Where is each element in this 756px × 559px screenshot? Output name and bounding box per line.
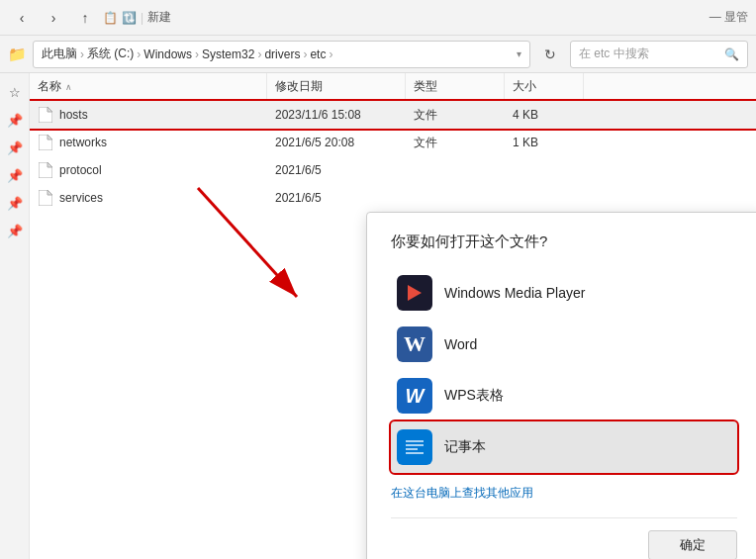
- toolbar-label-2: 🔃: [122, 11, 137, 25]
- sort-arrow-name: ∧: [65, 82, 72, 92]
- services-label: services: [59, 191, 103, 205]
- app-item-wps[interactable]: W WPS表格: [391, 370, 737, 421]
- file-row-hosts[interactable]: hosts 2023/11/6 15:08 文件 4 KB: [30, 101, 756, 129]
- sep4: ›: [257, 47, 261, 61]
- file-modified-hosts: 2023/11/6 15:08: [267, 108, 406, 122]
- refresh-button[interactable]: ↻: [536, 41, 564, 68]
- sidebar-star-icon[interactable]: ☆: [4, 81, 26, 103]
- dialog-title: 你要如何打开这个文件?: [391, 233, 737, 251]
- dialog-footer: 确定: [391, 517, 737, 559]
- sidebar-pin-icon-4[interactable]: 📌: [4, 192, 26, 214]
- file-icon-services: [38, 190, 53, 206]
- confirm-button[interactable]: 确定: [648, 530, 737, 559]
- find-other-apps-link[interactable]: 在这台电脑上查找其他应用: [391, 485, 737, 502]
- sep6: ›: [329, 47, 332, 61]
- file-icon-hosts: [38, 107, 53, 123]
- sidebar-pin-icon-3[interactable]: 📌: [4, 164, 26, 186]
- app-item-wmp[interactable]: Windows Media Player: [391, 267, 737, 319]
- breadcrumb-c[interactable]: 系统 (C:): [87, 46, 134, 62]
- col-header-size[interactable]: 大小: [505, 73, 584, 100]
- notepad-icon: [397, 429, 432, 465]
- file-size-hosts: 4 KB: [505, 108, 584, 122]
- sidebar: ☆ 📌 📌 📌 📌 📌: [0, 73, 30, 559]
- file-type-hosts: 文件: [406, 107, 505, 124]
- sidebar-pin-icon-5[interactable]: 📌: [4, 220, 26, 241]
- notepad-lines-icon: [406, 440, 424, 454]
- breadcrumb[interactable]: 此电脑 › 系统 (C:) › Windows › System32 › dri…: [33, 41, 530, 68]
- wps-label: WPS表格: [444, 387, 504, 405]
- word-w-letter: W: [404, 331, 425, 357]
- file-icon-networks: [38, 135, 53, 150]
- folder-icon: 📁: [8, 46, 27, 63]
- app-item-notepad[interactable]: 记事本: [391, 421, 737, 473]
- sidebar-pin-icon-1[interactable]: 📌: [4, 109, 26, 131]
- wps-icon: W: [397, 378, 432, 414]
- hosts-label: hosts: [59, 108, 88, 122]
- up-button[interactable]: ↑: [71, 4, 99, 32]
- word-icon: W: [397, 326, 432, 362]
- notepad-line-1: [406, 440, 424, 442]
- notepad-line-2: [406, 444, 424, 446]
- notepad-label: 记事本: [444, 438, 486, 456]
- dropdown-icon[interactable]: ▾: [517, 48, 521, 59]
- file-row-protocol[interactable]: protocol 2021/6/5: [30, 156, 756, 184]
- file-row-services[interactable]: services 2021/6/5: [30, 184, 756, 212]
- file-modified-networks: 2021/6/5 20:08: [267, 136, 406, 149]
- breadcrumb-pc[interactable]: 此电脑: [42, 46, 77, 62]
- col-header-modified[interactable]: 修改日期: [267, 73, 406, 100]
- file-type-networks: 文件: [406, 135, 505, 151]
- app-item-word[interactable]: W Word: [391, 319, 737, 370]
- address-bar: 📁 此电脑 › 系统 (C:) › Windows › System32 › d…: [0, 36, 756, 73]
- file-name-hosts: hosts: [30, 107, 267, 123]
- file-row-networks[interactable]: networks 2021/6/5 20:08 文件 1 KB: [30, 129, 756, 156]
- file-icon-protocol: [38, 162, 53, 178]
- sidebar-pin-icon-2[interactable]: 📌: [4, 137, 26, 158]
- col-header-type[interactable]: 类型: [406, 73, 505, 100]
- notepad-line-3: [406, 448, 418, 450]
- breadcrumb-windows[interactable]: Windows: [143, 47, 192, 61]
- word-label: Word: [444, 336, 477, 352]
- file-modified-protocol: 2021/6/5: [267, 163, 406, 177]
- sep3: ›: [195, 47, 199, 61]
- search-icon[interactable]: 🔍: [724, 47, 739, 61]
- file-name-protocol: protocol: [30, 162, 267, 178]
- sep1: ›: [80, 47, 84, 61]
- toolbar-separator: |: [141, 11, 143, 25]
- breadcrumb-system32[interactable]: System32: [202, 47, 254, 61]
- search-box[interactable]: 在 etc 中搜索 🔍: [570, 41, 748, 68]
- sep5: ›: [303, 47, 307, 61]
- toolbar-right-icons: — 显管: [709, 9, 748, 26]
- breadcrumb-drivers[interactable]: drivers: [264, 47, 300, 61]
- search-placeholder-text: 在 etc 中搜索: [579, 46, 649, 62]
- explorer-window: ‹ › ↑ 📋 🔃 | 新建 — 显管 📁 此电脑 › 系统 (C:) › Wi…: [0, 0, 756, 559]
- wps-w-letter: W: [406, 385, 425, 408]
- toolbar-label-new: 新建: [147, 9, 171, 26]
- sep2: ›: [137, 47, 141, 61]
- play-icon: [408, 285, 422, 301]
- file-name-networks: networks: [30, 135, 267, 150]
- open-with-dialog: 你要如何打开这个文件? Windows Media Player W Word: [366, 212, 756, 559]
- wmp-label: Windows Media Player: [444, 285, 585, 301]
- forward-button[interactable]: ›: [40, 4, 67, 32]
- col-header-name[interactable]: 名称 ∧: [30, 73, 267, 100]
- file-modified-services: 2021/6/5: [267, 191, 406, 205]
- toolbar-label-1: 📋: [103, 11, 118, 25]
- networks-label: networks: [59, 136, 107, 149]
- file-list: 名称 ∧ 修改日期 类型 大小: [30, 73, 756, 559]
- main-content: ☆ 📌 📌 📌 📌 📌 名称 ∧ 修改日期 类型: [0, 73, 756, 559]
- notepad-line-4: [406, 452, 424, 454]
- file-name-services: services: [30, 190, 267, 206]
- file-size-networks: 1 KB: [505, 136, 584, 149]
- protocol-label: protocol: [59, 163, 102, 177]
- toolbar: ‹ › ↑ 📋 🔃 | 新建 — 显管: [0, 0, 756, 36]
- column-headers: 名称 ∧ 修改日期 类型 大小: [30, 73, 756, 101]
- wmp-icon: [397, 275, 432, 311]
- breadcrumb-etc[interactable]: etc: [310, 47, 326, 61]
- back-button[interactable]: ‹: [8, 4, 36, 32]
